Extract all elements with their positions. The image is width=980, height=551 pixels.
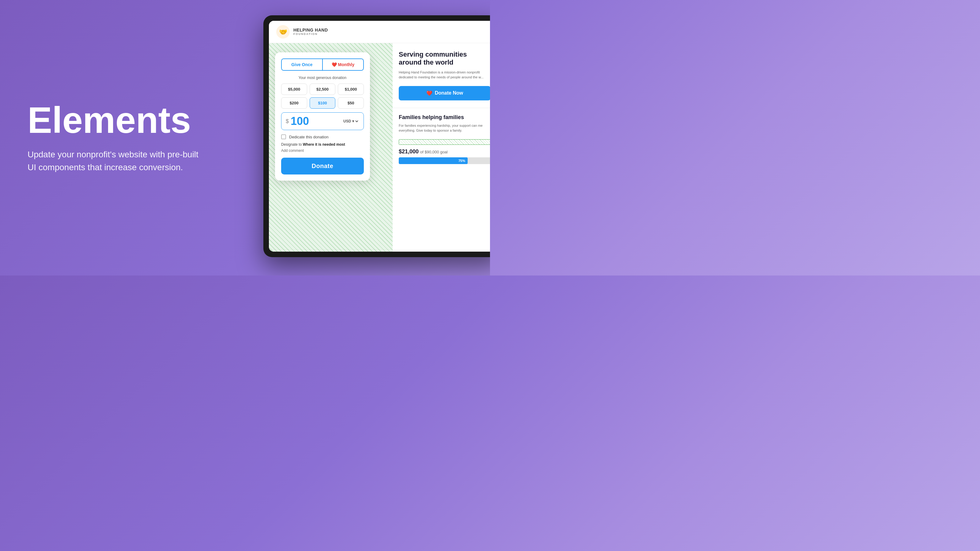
dedicate-checkbox[interactable] [281,134,286,139]
logo-foundation: FOUNDATION [293,33,328,36]
donate-now-button[interactable]: ❤️ Donate Now [399,86,490,100]
site-header: 🤝 HELPING HAND FOUNDATION [269,21,490,43]
tablet-frame: 🤝 HELPING HAND FOUNDATION Give Once ❤️ M [263,15,490,257]
right-panel-title: Serving communities around the world [399,51,490,67]
generous-label: Your most generous donation [281,76,364,80]
left-section: Elements Update your nonprofit's website… [27,102,205,174]
amount-btn-1000[interactable]: $1,000 [338,84,364,95]
give-once-tab[interactable]: Give Once [281,59,323,71]
progress-fill: 75% [399,157,468,164]
families-title: Families helping families [399,114,490,121]
donation-widget: Give Once ❤️ Monthly Your most generous … [275,52,370,181]
svg-text:🤝: 🤝 [279,28,288,36]
tablet-screen: 🤝 HELPING HAND FOUNDATION Give Once ❤️ M [269,21,490,252]
hero-subtitle: Update your nonprofit's website with pre… [27,148,205,174]
progress-bar: 75% [399,157,490,164]
families-desc: For families experiencing hardship, your… [399,123,490,133]
add-comment[interactable]: Add comment [281,148,364,153]
amount-btn-50[interactable]: $50 [338,97,364,109]
dedicate-row: Dedicate this donation [281,134,364,139]
donate-now-heart: ❤️ [426,90,433,96]
currency-select[interactable]: USD ▾ EUR ▾ GBP ▾ [342,119,359,124]
monthly-tab[interactable]: ❤️ Monthly [323,59,364,71]
site-content: Give Once ❤️ Monthly Your most generous … [269,43,490,252]
amount-display: 100 [291,116,340,127]
logo-text: HELPING HAND FOUNDATION [293,28,328,35]
dedicate-label: Dedicate this donation [289,135,329,139]
donate-button[interactable]: Donate [281,158,364,175]
logo-icon: 🤝 [276,25,290,38]
goal-text: $21,000 of $90,000 goal [399,148,490,155]
hatch-bar-right [399,139,490,145]
progress-label: 75% [458,159,465,162]
amount-btn-5000[interactable]: $5,000 [281,84,307,95]
frequency-tabs: Give Once ❤️ Monthly [281,59,364,71]
amount-grid: $5,000 $2,500 $1,000 $200 $100 $50 [281,84,364,109]
amount-btn-200[interactable]: $200 [281,97,307,109]
right-divider [393,108,490,108]
device-wrapper: 🤝 HELPING HAND FOUNDATION Give Once ❤️ M [251,15,490,263]
amount-btn-100[interactable]: $100 [310,97,336,109]
hero-title: Elements [27,102,205,138]
currency-symbol: $ [286,118,289,125]
right-panel-desc: Helping Hand Foundation is a mission-dri… [399,70,490,80]
custom-amount-input[interactable]: $ 100 USD ▾ EUR ▾ GBP ▾ [281,112,364,130]
amount-btn-2500[interactable]: $2,500 [310,84,336,95]
right-panel: Serving communities around the world Hel… [393,43,490,252]
designate-row: Designate to Where it is needed most [281,142,364,147]
monthly-heart: ❤️ [332,62,338,67]
logo-name: HELPING HAND [293,28,328,32]
